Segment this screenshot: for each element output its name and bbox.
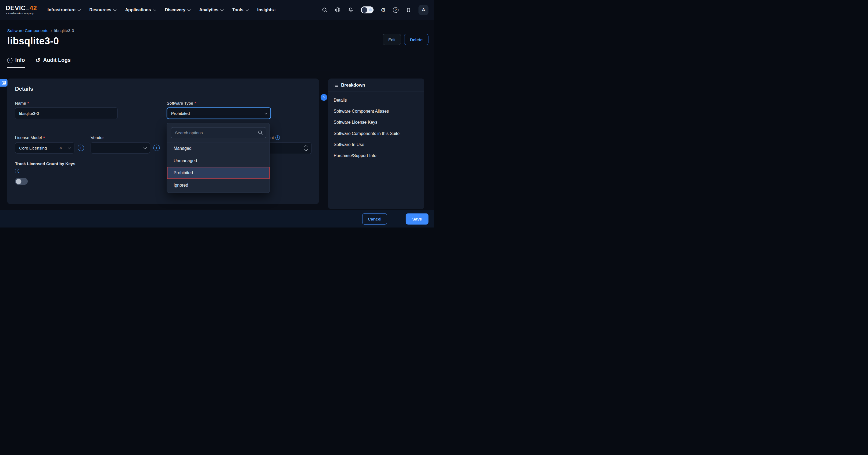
software-type-label: Software Type* [166, 101, 196, 106]
breakdown-list: Details Software Component Aliases Softw… [328, 92, 424, 164]
breadcrumb-current: libsqlite3-0 [54, 28, 74, 33]
breakdown-panel: Breakdown Details Software Component Ali… [328, 79, 424, 209]
side-drawer-handle[interactable] [0, 79, 7, 87]
license-model-value: Core Licensing [19, 145, 47, 150]
brand-stylized-e: ≡ [26, 5, 30, 11]
sidebar-collapse-button[interactable]: › [320, 94, 327, 101]
theme-toggle-sun [369, 8, 372, 11]
option-prohibited[interactable]: Prohibited [167, 167, 270, 179]
cancel-button[interactable]: Cancel [362, 214, 387, 225]
breadcrumb: Software Components › libsqlite3-0 [7, 28, 74, 33]
chevron-down-icon [188, 8, 191, 11]
tab-bar: i Info ↺ Audit Logs [7, 57, 71, 68]
device42-app: DEVIC≡42 A Freshworks Company Infrastruc… [0, 0, 434, 227]
option-managed[interactable]: Managed [167, 142, 270, 154]
tab-info[interactable]: i Info [7, 57, 25, 68]
vendor-label: Vendor [91, 135, 104, 140]
breadcrumb-separator: › [51, 28, 52, 33]
search-icon[interactable] [322, 7, 328, 13]
delete-button[interactable]: Delete [404, 34, 429, 45]
list-panel-icon [2, 81, 6, 84]
add-vendor-button[interactable]: + [153, 145, 160, 151]
vendor-select[interactable] [91, 142, 150, 153]
details-card: Details Name* Software Type* Prohibited … [7, 79, 319, 204]
name-label: Name* [15, 101, 29, 106]
breakdown-list-icon [334, 83, 338, 87]
history-icon: ↺ [35, 58, 40, 63]
chevron-down-icon [68, 146, 71, 149]
breakdown-header: Breakdown [328, 79, 424, 92]
info-icon[interactable]: i [15, 169, 20, 173]
user-avatar[interactable]: A [418, 5, 428, 15]
settings-gear-icon[interactable]: ⚙ [381, 7, 386, 12]
tab-audit-logs[interactable]: ↺ Audit Logs [35, 57, 71, 68]
name-input[interactable] [15, 107, 118, 119]
chevron-down-icon [153, 8, 156, 11]
option-ignored[interactable]: Ignored [167, 179, 270, 191]
main-menu: Infrastructure Resources Applications Di… [48, 7, 276, 12]
chevron-down-icon [221, 8, 224, 11]
brand-accent-number: 42 [30, 5, 37, 11]
breakdown-item-aliases[interactable]: Software Component Aliases [328, 106, 424, 117]
action-footer: Cancel Save [0, 210, 434, 227]
dropdown-search-input[interactable] [171, 127, 266, 138]
help-icon[interactable]: ? [393, 7, 399, 12]
license-model-select[interactable]: Core Licensing ✕ [15, 142, 74, 153]
page-title: libsqlite3-0 [7, 35, 59, 47]
software-type-select[interactable]: Prohibited [166, 107, 271, 119]
theme-toggle-knob [362, 7, 367, 12]
details-section-title: Details [15, 86, 33, 92]
menu-infrastructure[interactable]: Infrastructure [48, 7, 80, 12]
nav-utilities: ⚙ ? A [322, 5, 428, 15]
breakdown-item-details[interactable]: Details [328, 95, 424, 106]
required-asterisk: * [43, 135, 45, 140]
chevron-down-icon [246, 8, 249, 11]
breakdown-item-purchase-support[interactable]: Purchase/Support Info [328, 150, 424, 161]
menu-applications[interactable]: Applications [125, 7, 156, 12]
brand-wordmark: DEVIC≡42 [6, 5, 37, 11]
menu-insights[interactable]: Insights+ [257, 7, 276, 12]
chevron-down-icon [144, 146, 147, 149]
theme-toggle[interactable] [361, 6, 374, 13]
chevron-down-icon [264, 111, 268, 115]
breadcrumb-parent-link[interactable]: Software Components [7, 28, 49, 33]
top-nav: DEVIC≡42 A Freshworks Company Infrastruc… [0, 0, 434, 20]
software-type-value: Prohibited [171, 111, 190, 116]
menu-resources[interactable]: Resources [89, 7, 116, 12]
edit-button[interactable]: Edit [383, 34, 401, 45]
combo-divider [65, 145, 65, 150]
add-license-model-button[interactable]: + [78, 145, 84, 151]
save-button[interactable]: Save [406, 214, 429, 225]
track-keys-toggle[interactable] [15, 178, 28, 185]
menu-tools[interactable]: Tools [232, 7, 248, 12]
clear-icon[interactable]: ✕ [59, 146, 62, 150]
required-asterisk: * [194, 101, 196, 106]
breakdown-item-suite-components[interactable]: Software Components in this Suite [328, 128, 424, 139]
license-model-label: License Model* [15, 135, 45, 140]
option-unmanaged[interactable]: Unmanaged [167, 154, 270, 167]
required-asterisk: * [27, 101, 29, 106]
notifications-bell-icon[interactable] [348, 7, 354, 13]
device42-logo[interactable]: DEVIC≡42 A Freshworks Company [6, 5, 37, 15]
brand-name: DEVIC [6, 5, 26, 11]
globe-icon[interactable] [335, 7, 341, 13]
info-icon[interactable]: i [275, 135, 280, 140]
breakdown-item-license-keys[interactable]: Software License Keys [328, 117, 424, 128]
bookmark-icon[interactable] [406, 7, 411, 12]
chevron-down-icon [114, 8, 117, 11]
chevron-down-icon [78, 8, 81, 11]
search-icon [258, 130, 263, 136]
menu-discovery[interactable]: Discovery [165, 7, 190, 12]
toggle-knob [16, 178, 22, 184]
licensed-count-label-partial: nt i [270, 135, 280, 140]
menu-analytics[interactable]: Analytics [199, 7, 223, 12]
dropdown-options: Managed Unmanaged Prohibited Ignored [167, 142, 270, 191]
track-keys-label: Track Licensed Count by Keys [15, 161, 75, 166]
brand-tagline: A Freshworks Company [6, 12, 37, 15]
info-icon: i [7, 58, 12, 63]
software-type-dropdown: Managed Unmanaged Prohibited Ignored [166, 123, 270, 193]
tabs-divider [0, 70, 434, 70]
breakdown-item-software-in-use[interactable]: Software In Use [328, 139, 424, 150]
